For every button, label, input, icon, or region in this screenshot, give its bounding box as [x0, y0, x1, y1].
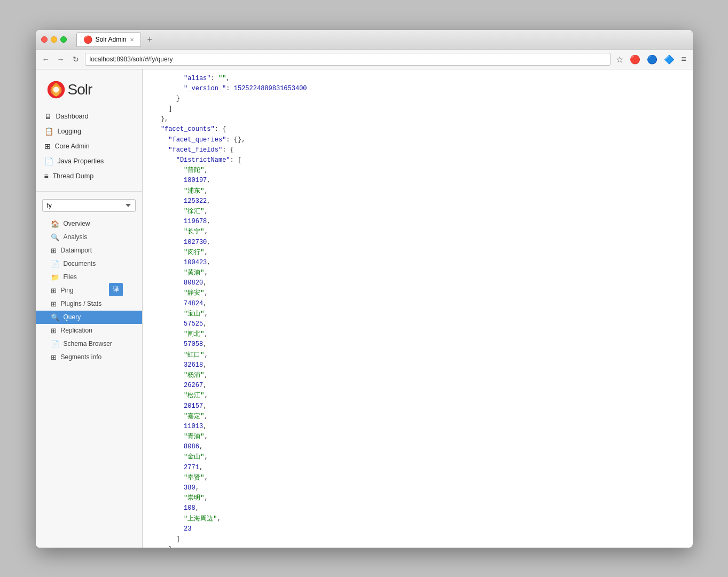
documents-icon: 📄 — [51, 260, 59, 268]
sub-nav: 🏠 Overview 🔍 Analysis ⊞ Dataimport 📄 Doc… — [36, 216, 142, 368]
replication-icon: ⊞ — [51, 327, 57, 335]
logging-icon: 📋 — [44, 127, 53, 136]
core-admin-icon: ⊞ — [44, 142, 51, 151]
menu-icon[interactable]: ≡ — [679, 53, 688, 66]
sidebar-item-dataimport[interactable]: ⊞ Dataimport — [36, 244, 142, 257]
url-input[interactable] — [85, 53, 611, 66]
analysis-icon: 🔍 — [51, 233, 59, 241]
forward-button[interactable]: → — [55, 53, 67, 65]
query-icon: 🔍 — [51, 313, 59, 321]
translate-badge[interactable]: 译 — [109, 283, 123, 296]
active-tab[interactable]: 🔴 Solr Admin ✕ — [76, 32, 141, 47]
collection-selector: fy — [36, 195, 142, 216]
sidebar-item-files[interactable]: 📁 Files — [36, 271, 142, 284]
sidebar-label-logging: Logging — [58, 128, 82, 135]
sidebar-label-schema-browser: Schema Browser — [64, 340, 112, 347]
new-tab-button[interactable]: + — [143, 33, 156, 46]
overview-icon: 🏠 — [51, 220, 59, 228]
sidebar: Solr 🖥 Dashboard 📋 Logging ⊞ Core Admin … — [36, 69, 143, 548]
sidebar-logo: Solr — [36, 69, 142, 105]
close-button[interactable] — [41, 36, 48, 43]
browser-window: 🔴 Solr Admin ✕ + ← → ↻ ☆ 🔴 🔵 🔷 ≡ — [36, 30, 693, 548]
segments-info-icon: ⊞ — [51, 353, 57, 361]
collection-select[interactable]: fy — [42, 199, 136, 212]
sidebar-label-documents: Documents — [64, 260, 96, 267]
sidebar-item-analysis[interactable]: 🔍 Analysis — [36, 231, 142, 244]
extension-icon-2[interactable]: 🔵 — [645, 53, 660, 66]
nav-divider — [36, 191, 142, 192]
java-properties-icon: 📄 — [44, 157, 53, 165]
toolbar-icons: ☆ 🔴 🔵 🔷 ≡ — [614, 53, 688, 66]
sidebar-item-plugins-stats[interactable]: ⊞ Plugins / Stats — [36, 297, 142, 311]
sidebar-item-query[interactable]: 🔍 Query — [36, 311, 142, 324]
refresh-button[interactable]: ↻ — [70, 53, 82, 65]
sidebar-label-thread-dump: Thread Dump — [53, 172, 93, 180]
solr-logo: Solr — [46, 80, 92, 99]
svg-point-1 — [53, 86, 59, 92]
sidebar-item-overview[interactable]: 🏠 Overview — [36, 217, 142, 231]
sidebar-label-segments-info: Segments info — [61, 353, 102, 361]
dashboard-icon: 🖥 — [44, 112, 52, 121]
sidebar-label-overview: Overview — [64, 220, 90, 227]
sidebar-label-query: Query — [64, 313, 81, 321]
tab-close-button[interactable]: ✕ — [130, 37, 134, 43]
content-area: "alias": "", "_version_": 15252248898316… — [143, 69, 693, 548]
back-button[interactable]: ← — [40, 53, 52, 65]
sidebar-label-dataimport: Dataimport — [61, 247, 92, 254]
sidebar-item-dashboard[interactable]: 🖥 Dashboard — [36, 109, 142, 124]
dataimport-icon: ⊞ — [51, 247, 57, 255]
traffic-lights — [41, 36, 67, 43]
sidebar-item-documents[interactable]: 📄 Documents — [36, 257, 142, 271]
extension-icon-1[interactable]: 🔴 — [628, 53, 643, 66]
sidebar-item-ping[interactable]: ⊞ Ping — [36, 284, 142, 297]
ping-icon: ⊞ — [51, 287, 57, 295]
sidebar-label-java-properties: Java Properties — [58, 157, 104, 165]
files-icon: 📁 — [51, 273, 59, 281]
main-layout: Solr 🖥 Dashboard 📋 Logging ⊞ Core Admin … — [36, 69, 693, 548]
sidebar-label-analysis: Analysis — [64, 233, 88, 241]
minimize-button[interactable] — [51, 36, 57, 43]
sidebar-label-plugins-stats: Plugins / Stats — [61, 300, 102, 307]
plugins-stats-icon: ⊞ — [51, 300, 57, 308]
sidebar-label-ping: Ping — [61, 287, 74, 294]
urlbar: ← → ↻ ☆ 🔴 🔵 🔷 ≡ — [36, 50, 693, 69]
sidebar-item-replication[interactable]: ⊞ Replication — [36, 324, 142, 337]
sidebar-item-segments-info[interactable]: ⊞ Segments info — [36, 351, 142, 364]
solr-text: Solr — [68, 81, 92, 98]
titlebar: 🔴 Solr Admin ✕ + — [36, 30, 693, 50]
sidebar-item-java-properties[interactable]: 📄 Java Properties — [36, 154, 142, 169]
tab-bar: 🔴 Solr Admin ✕ + — [76, 32, 156, 47]
sidebar-item-core-admin[interactable]: ⊞ Core Admin — [36, 139, 142, 154]
schema-browser-icon: 📄 — [51, 340, 59, 348]
json-panel[interactable]: "alias": "", "_version_": 15252248898316… — [143, 69, 693, 548]
thread-dump-icon: ≡ — [44, 172, 49, 180]
solr-icon — [46, 80, 66, 99]
sidebar-item-thread-dump[interactable]: ≡ Thread Dump — [36, 169, 142, 184]
sidebar-nav: 🖥 Dashboard 📋 Logging ⊞ Core Admin 📄 Jav… — [36, 105, 142, 188]
maximize-button[interactable] — [60, 36, 67, 43]
sidebar-label-files: Files — [64, 273, 77, 281]
json-viewer: "alias": "", "_version_": 15252248898316… — [143, 69, 693, 548]
sidebar-item-logging[interactable]: 📋 Logging — [36, 124, 142, 139]
sidebar-label-dashboard: Dashboard — [56, 113, 89, 120]
sidebar-label-replication: Replication — [61, 327, 92, 334]
extension-icon-3[interactable]: 🔷 — [662, 53, 677, 66]
sidebar-item-schema-browser[interactable]: 📄 Schema Browser — [36, 337, 142, 351]
bookmark-icon[interactable]: ☆ — [614, 53, 625, 66]
tab-favicon: 🔴 — [83, 35, 92, 44]
tab-title: Solr Admin — [96, 36, 127, 43]
sidebar-label-core-admin: Core Admin — [55, 143, 90, 150]
